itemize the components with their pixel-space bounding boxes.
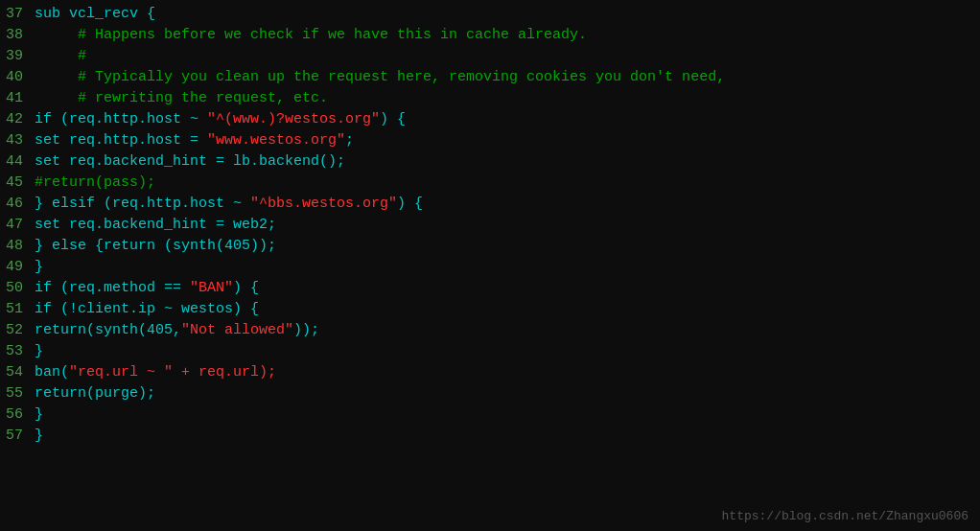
table-row: 38 # Happens before we check if we have … [0,25,980,46]
line-content: sub vcl_recv { [31,4,980,25]
token: "Not allowed" [181,322,293,338]
table-row: 46} elsif (req.http.host ~ "^bbs.westos.… [0,194,980,215]
table-row: 50if (req.method == "BAN") { [0,278,980,299]
line-content: if (req.http.host ~ "^(www.)?westos.org"… [31,109,980,130]
token: } else {return (synth(405)); [35,238,276,254]
token: # [78,48,86,64]
line-content: set req.backend_hint = web2; [31,215,980,236]
table-row: 39 # [0,46,980,67]
token [35,27,78,43]
token [35,48,78,64]
line-number: 39 [0,46,31,67]
table-row: 47set req.backend_hint = web2; [0,215,980,236]
line-number: 54 [0,362,31,383]
table-row: 43set req.http.host = "www.westos.org"; [0,130,980,151]
token: return(synth(405, [35,322,181,338]
token: if (!client.ip ~ westos) { [35,301,259,317]
token: set req.http.host = [35,132,207,149]
line-content: set req.backend_hint = lb.backend(); [31,151,980,173]
token: sub vcl_recv { [35,6,155,22]
token: "www.westos.org" [207,132,345,149]
line-content: if (req.method == "BAN") { [31,278,980,299]
token: set req.backend_hint = lb.backend(); [35,153,345,170]
line-number: 41 [0,88,31,109]
token: return(purge); [35,385,155,402]
line-number: 53 [0,341,31,362]
token: ) { [397,196,423,212]
line-content: } [31,257,980,278]
table-row: 40 # Typically you clean up the request … [0,67,980,88]
line-content: #return(pass); [31,173,980,194]
line-number: 52 [0,320,31,341]
table-row: 44set req.backend_hint = lb.backend(); [0,151,980,173]
table-row: 45#return(pass); [0,173,980,194]
line-content: # [31,46,980,67]
line-number: 44 [0,151,31,173]
line-content: return(synth(405,"Not allowed")); [31,320,980,341]
line-number: 37 [0,4,31,25]
token: # Happens before we check if we have thi… [78,27,587,43]
token: ; [345,132,354,149]
table-row: 48} else {return (synth(405)); [0,236,980,257]
line-content: } [31,426,980,447]
token: ban( [35,364,69,381]
token [35,69,78,85]
line-content: set req.http.host = "www.westos.org"; [31,130,980,151]
line-number: 47 [0,215,31,236]
line-content: } elsif (req.http.host ~ "^bbs.westos.or… [31,194,980,215]
table-row: 41 # rewriting the request, etc. [0,88,980,109]
line-content: } [31,404,980,426]
line-content: # Typically you clean up the request her… [31,67,980,88]
table-row: 42if (req.http.host ~ "^(www.)?westos.or… [0,109,980,130]
token: "req.url ~ " + req.url); [69,364,276,381]
line-number: 56 [0,404,31,426]
token: # rewriting the request, etc. [78,90,328,106]
line-number: 51 [0,299,31,320]
line-number: 49 [0,257,31,278]
table-row: 57} [0,426,980,447]
line-content: ban("req.url ~ " + req.url); [31,362,980,383]
token: set req.backend_hint = web2; [35,217,276,233]
line-number: 57 [0,426,31,447]
token: } elsif (req.http.host ~ [35,196,250,212]
token: # Typically you clean up the request her… [78,69,690,85]
table-row: 56} [0,404,980,426]
token: eed, [690,69,725,85]
token: if (req.method == [35,280,190,296]
line-number: 40 [0,67,31,88]
token: "BAN" [190,280,233,296]
token: } [35,343,43,359]
line-content: } else {return (synth(405)); [31,236,980,257]
table-row: 37sub vcl_recv { [0,4,980,25]
table-row: 51if (!client.ip ~ westos) { [0,299,980,320]
token: if (req.http.host ~ [35,111,207,127]
token: ) { [380,111,406,127]
line-number: 50 [0,278,31,299]
table-row: 55return(purge); [0,383,980,404]
token: )); [293,322,319,338]
line-number: 38 [0,25,31,46]
token: } [35,406,43,423]
code-editor: 37sub vcl_recv {38 # Happens before we c… [0,0,980,531]
token [35,90,78,106]
line-number: 43 [0,130,31,151]
line-content: } [31,341,980,362]
table-row: 53} [0,341,980,362]
line-content: if (!client.ip ~ westos) { [31,299,980,320]
line-number: 42 [0,109,31,130]
line-content: return(purge); [31,383,980,404]
token: } [35,427,43,444]
line-number: 55 [0,383,31,404]
table-row: 52return(synth(405,"Not allowed")); [0,320,980,341]
token: "^(www.)?westos.org" [207,111,380,127]
token: } [35,259,43,275]
token: #return(pass); [35,174,155,191]
line-number: 45 [0,173,31,194]
watermark: https://blog.csdn.net/Zhangxu0606 [722,509,968,523]
token: ) { [233,280,259,296]
line-number: 46 [0,194,31,215]
line-content: # Happens before we check if we have thi… [31,25,980,46]
table-row: 49} [0,257,980,278]
token: "^bbs.westos.org" [250,196,397,212]
line-content: # rewriting the request, etc. [31,88,980,109]
